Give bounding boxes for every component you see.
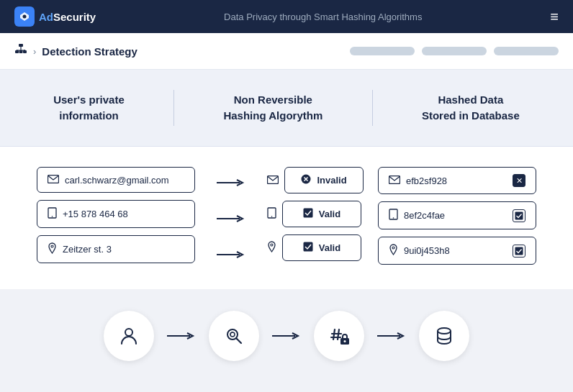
svg-line-29 <box>237 339 242 344</box>
svg-rect-20 <box>303 242 312 252</box>
hashed-address-field: 9ui0j453h8 <box>378 237 536 265</box>
address-field: Zeitzer st. 3 <box>37 235 195 263</box>
info-banner-item-3: Hashed DataStored in Database <box>422 92 520 124</box>
svg-point-24 <box>392 247 394 249</box>
flow-arrow-2 <box>272 327 301 345</box>
logo-text: AdSecurity <box>39 11 96 23</box>
email-icon <box>48 174 59 186</box>
svg-rect-1 <box>19 44 23 47</box>
app-header: AdSecurity Data Privacy through Smart Ha… <box>0 0 573 33</box>
svg-rect-25 <box>515 247 523 255</box>
breadcrumb-pill-1 <box>350 47 415 55</box>
svg-point-0 <box>23 15 27 19</box>
breadcrumb: › Detection Strategy <box>14 43 137 59</box>
info-banner-item-2: Non ReversibleHashing Algorythm <box>223 92 322 124</box>
logo-icon <box>14 6 35 27</box>
flow-search-circle[interactable] <box>209 311 259 361</box>
org-chart-icon <box>14 43 27 59</box>
hashed-email-icon <box>389 176 400 186</box>
info-banner: User's privateinformation Non Reversible… <box>0 70 573 147</box>
email-field: carl.schwarz@gmail.com <box>37 167 195 193</box>
breadcrumb-bar: › Detection Strategy <box>0 33 573 70</box>
arrow-2 <box>209 204 253 233</box>
flow-arrow-3 <box>377 327 406 345</box>
invalid-label: Invalid <box>317 175 346 186</box>
hashed-phone-check <box>513 209 525 222</box>
bottom-flow <box>0 289 573 383</box>
hashed-phone-icon <box>389 209 398 222</box>
breadcrumb-pill-3 <box>494 47 559 55</box>
status-badge-valid-2: Valid <box>282 234 361 261</box>
email-value: carl.schwarz@gmail.com <box>65 175 169 186</box>
check-square-icon-1 <box>303 208 313 220</box>
hashed-address-value: 9ui0j453h8 <box>404 245 450 256</box>
svg-point-19 <box>271 244 273 246</box>
hashed-email-check: ✕ <box>513 174 525 187</box>
flow-database-circle[interactable] <box>419 311 469 361</box>
status-area: Invalid <box>267 167 364 261</box>
breadcrumb-pill-2 <box>422 47 487 55</box>
svg-point-11 <box>51 245 53 247</box>
status-row-3: Valid <box>267 234 364 261</box>
address-value: Zeitzer st. 3 <box>63 244 112 255</box>
phone-icon <box>48 207 57 221</box>
hashed-email-field: efb2sf928 ✕ <box>378 167 536 194</box>
valid-label-2: Valid <box>319 242 340 253</box>
hashed-address-left: 9ui0j453h8 <box>389 244 450 257</box>
arrow-column-1 <box>209 167 253 269</box>
data-rows-container: carl.schwarz@gmail.com +15 878 464 68 <box>22 167 551 269</box>
svg-point-37 <box>344 340 346 342</box>
svg-rect-18 <box>303 209 312 218</box>
flow-arrow-1 <box>167 327 196 345</box>
flow-hash-circle[interactable] <box>314 311 364 361</box>
status-row-1: Invalid <box>267 167 364 193</box>
flow-person-circle[interactable] <box>104 311 154 361</box>
banner-divider-2 <box>372 90 373 126</box>
banner-divider-1 <box>173 90 174 126</box>
hashed-email-left: efb2sf928 <box>389 176 447 186</box>
phone-value: +15 878 464 68 <box>63 209 128 219</box>
hashed-phone-field: 8ef2c4fae <box>378 201 536 229</box>
svg-rect-23 <box>515 211 523 219</box>
hashed-phone-left: 8ef2c4fae <box>389 209 445 222</box>
check-square-icon-2 <box>303 242 313 254</box>
menu-icon[interactable]: ≡ <box>550 9 559 24</box>
hashed-email-value: efb2sf928 <box>406 176 447 186</box>
user-data-column: carl.schwarz@gmail.com +15 878 464 68 <box>37 167 195 263</box>
logo: AdSecurity <box>14 6 96 27</box>
arrow-3 <box>209 240 253 269</box>
hashed-column: efb2sf928 ✕ 8ef2c4fae <box>378 167 536 265</box>
svg-point-22 <box>393 217 394 219</box>
hashed-address-icon <box>389 244 398 257</box>
status-row-2: Valid <box>267 201 364 227</box>
phone-field: +15 878 464 68 <box>37 200 195 228</box>
status-badge-valid-1: Valid <box>282 201 361 227</box>
arrow-1 <box>209 168 253 197</box>
breadcrumb-chevron: › <box>33 46 36 57</box>
svg-point-17 <box>271 216 273 217</box>
info-banner-item-1: User's privateinformation <box>53 92 125 124</box>
status-badge-invalid: Invalid <box>284 167 364 193</box>
status-email-icon <box>267 174 279 187</box>
status-location-icon <box>267 241 276 255</box>
valid-label-1: Valid <box>319 209 340 219</box>
svg-point-10 <box>52 216 53 217</box>
x-circle-icon <box>301 174 311 186</box>
svg-point-26 <box>125 329 132 336</box>
hashed-phone-value: 8ef2c4fae <box>404 210 445 221</box>
status-phone-icon <box>267 207 276 222</box>
location-icon <box>48 242 57 256</box>
breadcrumb-title: Detection Strategy <box>42 45 137 58</box>
breadcrumb-pills <box>350 47 559 55</box>
svg-point-39 <box>438 328 451 334</box>
header-tagline: Data Privacy through Smart Hashing Algor… <box>224 12 422 22</box>
hashed-address-check <box>513 245 525 257</box>
main-content: carl.schwarz@gmail.com +15 878 464 68 <box>0 147 573 289</box>
